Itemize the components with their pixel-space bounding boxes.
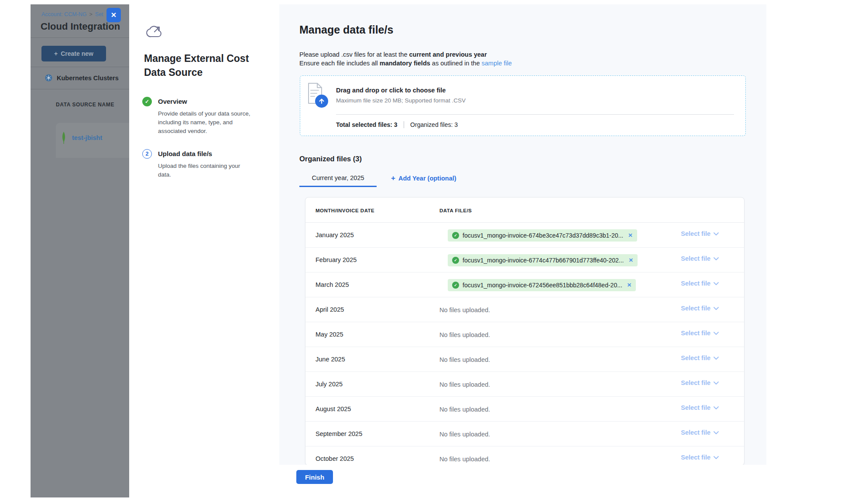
add-year-button[interactable]: + Add Year (optional) xyxy=(391,174,456,182)
file-name: focusv1_mongo-invoice-674be3ce47c73d37dd… xyxy=(463,232,623,239)
upload-arrow-icon xyxy=(315,95,328,108)
sample-file-link[interactable]: sample file xyxy=(482,60,512,67)
select-file-label: Select file xyxy=(681,429,710,436)
step-complete-icon: ✓ xyxy=(142,97,152,106)
month-label: March 2025 xyxy=(316,281,349,288)
select-file-dropdown[interactable]: Select file xyxy=(681,280,719,287)
row-value: No files uploaded. xyxy=(439,347,490,372)
select-file-label: Select file xyxy=(681,230,710,237)
step-upload: 2 Upload data file/s Upload the files co… xyxy=(142,149,255,179)
month-label: August 2025 xyxy=(316,405,351,412)
organized-files-heading: Organized files (3) xyxy=(299,155,362,163)
row-value: No files uploaded. xyxy=(439,422,490,446)
select-file-dropdown[interactable]: Select file xyxy=(681,230,719,237)
total-selected-count: 3 xyxy=(394,121,398,128)
select-file-dropdown[interactable]: Select file xyxy=(681,454,719,461)
empty-text: No files uploaded. xyxy=(439,356,490,363)
divider xyxy=(404,121,405,128)
chevron-down-icon xyxy=(714,381,719,385)
kubernetes-clusters-tab[interactable]: Kubernetes Clusters xyxy=(45,74,119,82)
kubernetes-icon xyxy=(45,74,52,82)
kubernetes-clusters-label: Kubernetes Clusters xyxy=(57,75,119,82)
stepper-panel: Manage External Cost Data Source ✓ Overv… xyxy=(129,4,279,504)
dropzone-subtitle: Maximum file size 20 MB; Supported forma… xyxy=(336,97,466,104)
column-month: MONTH/INVOICE DATE xyxy=(316,208,374,213)
chevron-down-icon xyxy=(714,232,719,235)
close-button[interactable]: ✕ xyxy=(106,8,121,22)
breadcrumb: Account: CCM-NG>Set xyxy=(41,11,103,17)
row-value: No files uploaded. xyxy=(439,372,490,397)
chevron-down-icon xyxy=(714,431,719,434)
empty-text: No files uploaded. xyxy=(439,381,490,388)
intro-line2: Ensure each file includes all xyxy=(299,60,380,67)
table-row: October 2025 No files uploaded. Select f… xyxy=(305,446,744,466)
finish-button[interactable]: Finish xyxy=(296,470,333,484)
select-file-dropdown[interactable]: Select file xyxy=(681,429,719,436)
create-new-button[interactable]: + Create new xyxy=(41,46,106,61)
row-value: No files uploaded. xyxy=(439,297,490,322)
column-data-files: DATA FILE/S xyxy=(439,208,472,213)
select-file-label: Select file xyxy=(681,280,710,287)
divider xyxy=(31,67,129,67)
chevron-down-icon xyxy=(714,332,719,335)
cloud-export-icon xyxy=(145,24,164,40)
drawer-footer: Finish xyxy=(279,465,766,504)
divider xyxy=(336,114,734,115)
month-label: January 2025 xyxy=(316,232,354,238)
uploaded-file-chip: ✓ focusv1_mongo-invoice-6774c477b667901d… xyxy=(448,254,638,266)
row-value: No files uploaded. xyxy=(439,397,490,422)
select-file-dropdown[interactable]: Select file xyxy=(681,404,719,411)
intro-line1: Please upload .csv files for at least th… xyxy=(299,51,409,58)
table-row: July 2025 No files uploaded. Select file xyxy=(305,372,744,397)
table-row: January 2025 ✓ focusv1_mongo-invoice-674… xyxy=(305,223,744,248)
intro-text: Please upload .csv files for at least th… xyxy=(299,51,512,68)
select-file-dropdown[interactable]: Select file xyxy=(681,354,719,361)
select-file-label: Select file xyxy=(681,330,710,337)
empty-text: No files uploaded. xyxy=(439,406,490,413)
step-label: Overview xyxy=(158,98,255,105)
panel-title: Manage data file/s xyxy=(299,24,393,36)
file-name: focusv1_mongo-invoice-6774c477b667901d77… xyxy=(463,257,624,264)
file-dropzone[interactable]: Drag and drop or click to choose file Ma… xyxy=(300,75,746,136)
files-table-body: January 2025 ✓ focusv1_mongo-invoice-674… xyxy=(305,223,744,466)
page-title: Cloud Integration xyxy=(41,21,120,32)
select-file-dropdown[interactable]: Select file xyxy=(681,379,719,386)
dropzone-title: Drag and drop or click to choose file xyxy=(336,87,446,94)
organized-count: 3 xyxy=(454,121,458,128)
step-number-icon: 2 xyxy=(142,149,152,159)
table-row: March 2025 ✓ focusv1_mongo-invoice-67245… xyxy=(305,272,744,297)
manage-files-panel: Manage data file/s Please upload .csv fi… xyxy=(279,4,766,504)
step-overview: ✓ Overview Provide details of your data … xyxy=(142,97,255,136)
table-row: April 2025 No files uploaded. Select fil… xyxy=(305,297,744,322)
remove-file-icon[interactable]: ✕ xyxy=(628,257,633,263)
breadcrumb-next-link[interactable]: Set xyxy=(95,11,103,17)
select-file-label: Select file xyxy=(681,354,710,361)
empty-text: No files uploaded. xyxy=(439,306,490,313)
data-source-link[interactable]: test-jbisht xyxy=(72,134,102,141)
manage-data-drawer: ✕ Manage External Cost Data Source ✓ Ove… xyxy=(129,4,844,504)
check-circle-icon: ✓ xyxy=(452,282,459,289)
month-label: July 2025 xyxy=(316,381,343,388)
select-file-dropdown[interactable]: Select file xyxy=(681,305,719,312)
plus-icon: + xyxy=(54,50,58,57)
chevron-down-icon xyxy=(714,406,719,409)
table-header: MONTH/INVOICE DATE DATA FILE/S xyxy=(305,198,744,223)
row-value: ✓ focusv1_mongo-invoice-672456ee851bbb28… xyxy=(439,272,636,297)
select-file-label: Select file xyxy=(681,454,710,461)
select-file-dropdown[interactable]: Select file xyxy=(681,330,719,337)
screen: Account: CCM-NG>Set Cloud Integration + … xyxy=(0,0,844,504)
check-circle-icon: ✓ xyxy=(452,257,459,264)
file-name: focusv1_mongo-invoice-672456ee851bbb28c6… xyxy=(463,282,622,289)
remove-file-icon[interactable]: ✕ xyxy=(627,282,631,288)
breadcrumb-account-link[interactable]: Account: CCM-NG xyxy=(41,11,87,17)
drawer-title: Manage External Cost Data Source xyxy=(144,51,262,79)
data-source-row[interactable]: test-jbisht xyxy=(61,132,102,144)
row-value: No files uploaded. xyxy=(439,446,490,466)
select-file-label: Select file xyxy=(681,404,710,411)
select-file-dropdown[interactable]: Select file xyxy=(681,255,719,262)
tab-current-year[interactable]: Current year, 2025 xyxy=(299,174,377,187)
remove-file-icon[interactable]: ✕ xyxy=(628,232,632,238)
month-label: October 2025 xyxy=(316,455,354,462)
year-tabs: Current year, 2025 + Add Year (optional) xyxy=(299,174,456,187)
files-table: MONTH/INVOICE DATE DATA FILE/S January 2… xyxy=(305,197,745,466)
